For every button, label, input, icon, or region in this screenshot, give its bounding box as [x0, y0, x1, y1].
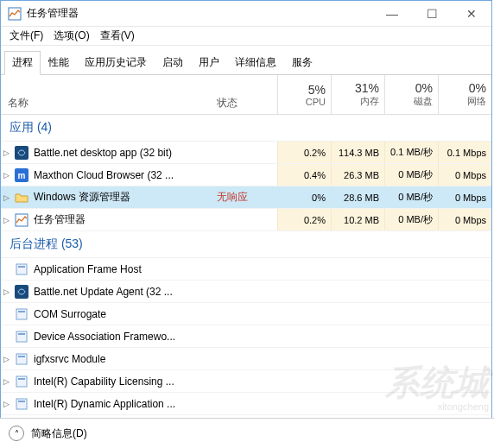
column-network[interactable]: 0%网络 [438, 75, 491, 114]
cell-cpu: 0.4% [277, 164, 331, 186]
menubar: 文件(F) 选项(O) 查看(V) [1, 27, 491, 46]
app-icon [15, 307, 28, 321]
tab-4[interactable]: 用户 [191, 51, 227, 74]
svg-rect-10 [16, 331, 27, 342]
bgprocs-list: Application Frame Host▷Battle.net Update… [1, 258, 491, 438]
process-status: 无响应 [217, 190, 277, 205]
tab-2[interactable]: 应用历史记录 [77, 51, 155, 74]
tab-0[interactable]: 进程 [4, 51, 41, 75]
process-name: COM Surrogate [34, 308, 217, 320]
tab-6[interactable]: 服务 [284, 51, 320, 74]
expand-icon[interactable]: ▷ [1, 355, 11, 363]
cell-mem: 114.3 MB [331, 142, 384, 163]
cell-net: 0 Mbps [438, 164, 491, 186]
minimize-button[interactable]: — [372, 1, 412, 26]
svg-rect-9 [18, 311, 25, 312]
process-name: 任务管理器 [34, 212, 217, 227]
footer: ˄ 简略信息(D) [0, 418, 494, 448]
cell-cpu: 0% [277, 186, 331, 208]
window-title: 任务管理器 [27, 6, 372, 21]
app-icon [15, 352, 28, 366]
maximize-button[interactable]: ☐ [412, 1, 452, 26]
process-name: Battle.net Update Agent (32 ... [34, 286, 217, 298]
app-icon [15, 397, 28, 411]
expand-icon[interactable]: ▷ [1, 148, 11, 157]
table-row[interactable]: COM Surrogate [1, 303, 491, 325]
cell-disk: 0 MB/秒 [384, 209, 438, 230]
cell-cpu: 0.2% [277, 209, 331, 230]
svg-rect-8 [16, 309, 27, 319]
app-icon [15, 375, 28, 388]
fewer-details-icon[interactable]: ˄ [9, 426, 24, 441]
fewer-details-label[interactable]: 简略信息(D) [31, 426, 87, 441]
menu-view[interactable]: 查看(V) [95, 28, 140, 43]
taskmgr-icon [8, 7, 22, 21]
close-button[interactable]: ✕ [452, 1, 491, 26]
expand-icon[interactable]: ▷ [1, 377, 11, 386]
column-name[interactable]: 名称 [1, 75, 217, 114]
svg-rect-5 [16, 264, 27, 274]
cell-cpu: 0.2% [277, 142, 331, 163]
process-name: Maxthon Cloud Browser (32 ... [34, 169, 217, 181]
app-icon [15, 330, 28, 344]
column-disk[interactable]: 0%磁盘 [384, 75, 438, 114]
table-row[interactable]: ▷Battle.net desktop app (32 bit)0.2%114.… [1, 142, 491, 164]
svg-rect-17 [18, 401, 25, 402]
tab-3[interactable]: 启动 [155, 51, 191, 74]
svg-rect-6 [18, 266, 25, 268]
svg-rect-14 [16, 376, 27, 387]
cell-net: 0.1 Mbps [438, 142, 491, 163]
expand-icon[interactable]: ▷ [1, 193, 11, 202]
process-name: Windows 资源管理器 [34, 190, 217, 205]
cell-disk: 0 MB/秒 [384, 186, 438, 208]
cell-disk: 0.1 MB/秒 [384, 142, 438, 163]
app-icon [15, 146, 28, 160]
table-row[interactable]: ▷Windows 资源管理器无响应0%28.6 MB0 MB/秒0 Mbps [1, 186, 491, 209]
process-name: Intel(R) Dynamic Application ... [34, 398, 217, 410]
cell-disk: 0 MB/秒 [384, 164, 438, 186]
table-row[interactable]: ▷任务管理器0.2%10.2 MB0 MB/秒0 Mbps [1, 209, 491, 231]
column-cpu[interactable]: 5%CPU [277, 75, 331, 114]
apps-list: ▷Battle.net desktop app (32 bit)0.2%114.… [1, 142, 491, 231]
cell-mem: 26.3 MB [331, 164, 384, 186]
app-icon [15, 285, 28, 299]
column-header-row: 名称 状态 5%CPU 31%内存 0%磁盘 0%网络 [1, 75, 491, 115]
table-row[interactable]: ▷mMaxthon Cloud Browser (32 ...0.4%26.3 … [1, 164, 491, 186]
app-icon: m [15, 168, 28, 182]
expand-icon[interactable]: ▷ [1, 216, 11, 224]
tab-1[interactable]: 性能 [41, 51, 77, 74]
app-icon [15, 213, 28, 227]
cell-mem: 10.2 MB [331, 209, 384, 230]
task-manager-window: 任务管理器 — ☐ ✕ 文件(F) 选项(O) 查看(V) 进程性能应用历史记录… [0, 0, 492, 439]
svg-rect-15 [18, 378, 25, 380]
menu-options[interactable]: 选项(O) [48, 28, 94, 43]
expand-icon[interactable]: ▷ [1, 400, 11, 408]
table-row[interactable]: ▷Battle.net Update Agent (32 ... [1, 281, 491, 303]
tab-5[interactable]: 详细信息 [227, 51, 284, 74]
menu-file[interactable]: 文件(F) [4, 28, 48, 43]
svg-rect-1 [15, 146, 28, 160]
process-name: Device Association Framewo... [34, 331, 217, 343]
expand-icon[interactable]: ▷ [1, 287, 11, 296]
table-row[interactable]: ▷Intel(R) Dynamic Application ... [1, 393, 491, 415]
table-row[interactable]: Device Association Framewo... [1, 325, 491, 348]
column-status[interactable]: 状态 [217, 75, 277, 114]
svg-rect-11 [18, 333, 25, 335]
titlebar[interactable]: 任务管理器 — ☐ ✕ [1, 1, 491, 27]
process-name: Battle.net desktop app (32 bit) [34, 147, 217, 159]
svg-rect-12 [16, 354, 27, 364]
table-row[interactable]: ▷igfxsrvc Module [1, 348, 491, 370]
svg-rect-7 [15, 285, 28, 299]
svg-text:m: m [18, 171, 26, 180]
expand-icon[interactable]: ▷ [1, 171, 11, 180]
column-memory[interactable]: 31%内存 [331, 75, 384, 114]
table-row[interactable]: ▷Intel(R) Capability Licensing ... [1, 370, 491, 393]
app-icon [15, 262, 28, 276]
process-name: igfxsrvc Module [34, 353, 217, 365]
process-name: Intel(R) Capability Licensing ... [34, 375, 217, 388]
cell-net: 0 Mbps [438, 209, 491, 230]
svg-rect-16 [16, 399, 27, 409]
svg-rect-13 [18, 356, 25, 357]
table-row[interactable]: Application Frame Host [1, 258, 491, 281]
app-icon [15, 191, 28, 205]
